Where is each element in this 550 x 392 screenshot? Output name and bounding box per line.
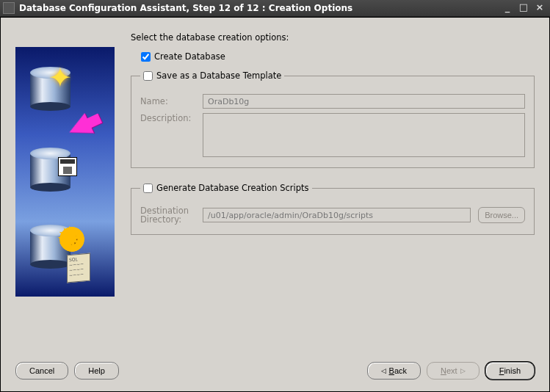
cancel-button[interactable]: Cancel (15, 362, 68, 380)
help-button[interactable]: Help (74, 362, 119, 380)
titlebar: Database Configuration Assistant, Step 1… (0, 0, 550, 17)
maximize-button[interactable]: □ (518, 2, 529, 14)
content: ✦ SQL ~~~~ ~~~~ ~~~~ Select the database… (1, 18, 549, 356)
window-title: Database Configuration Assistant, Step 1… (19, 3, 502, 13)
chevron-right-icon: ▷ (460, 367, 466, 374)
template-name-label: Name: (140, 96, 195, 106)
generate-scripts-group: Generate Database Creation Scripts Desti… (131, 183, 535, 235)
save-template-label: Save as a Database Template (156, 70, 281, 81)
browse-button: Browse... (478, 207, 525, 223)
prompt-text: Select the database creation options: (131, 32, 535, 43)
gear-icon (59, 227, 84, 252)
dest-dir-input (203, 208, 471, 222)
window-buttons: _ □ × (502, 2, 550, 14)
save-template-checkbox[interactable] (143, 71, 153, 81)
save-template-group: Save as a Database Template Name: Descri… (131, 70, 535, 168)
generate-scripts-label: Generate Database Creation Scripts (156, 183, 309, 193)
template-name-input (203, 94, 525, 109)
script-scroll-icon: SQL ~~~~ ~~~~ ~~~~ (67, 253, 90, 283)
template-desc-label: Description: (140, 113, 195, 123)
save-template-option[interactable]: Save as a Database Template (140, 70, 284, 81)
minimize-button[interactable]: _ (502, 2, 513, 14)
sparkle-icon: ✦ (48, 62, 72, 94)
generate-scripts-option[interactable]: Generate Database Creation Scripts (140, 183, 312, 193)
window: Database Configuration Assistant, Step 1… (0, 0, 550, 392)
generate-scripts-checkbox[interactable] (143, 184, 153, 193)
footer: Cancel Help ◁ Back Next ▷ Finish (1, 356, 549, 391)
app-icon (3, 2, 15, 14)
arrow-icon (65, 113, 94, 142)
close-button[interactable]: × (534, 2, 546, 14)
finish-button[interactable]: Finish (485, 362, 535, 380)
back-button[interactable]: ◁ Back (367, 362, 421, 380)
client-area: ✦ SQL ~~~~ ~~~~ ~~~~ Select the database… (0, 17, 550, 392)
create-database-checkbox[interactable] (141, 52, 151, 62)
create-database-label: Create Database (154, 51, 225, 62)
template-desc-input (203, 113, 525, 157)
next-button: Next ▷ (427, 362, 480, 380)
main-panel: Select the database creation options: Cr… (131, 32, 535, 349)
wizard-illustration: ✦ SQL ~~~~ ~~~~ ~~~~ (15, 47, 115, 297)
dest-dir-label: Destination Directory: (140, 206, 195, 224)
chevron-left-icon: ◁ (381, 367, 386, 374)
floppy-disk-icon (58, 157, 77, 176)
create-database-option[interactable]: Create Database (141, 51, 535, 62)
